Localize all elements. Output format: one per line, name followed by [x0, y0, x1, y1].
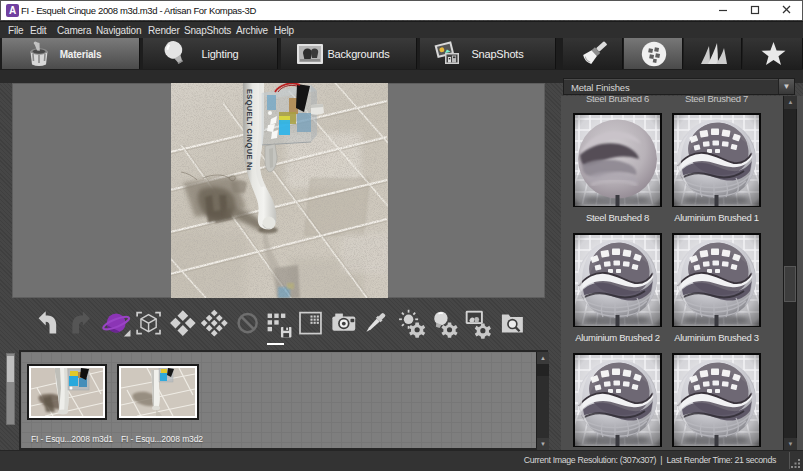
svg-text:ESQUELT CINQUE №: ESQUELT CINQUE №	[245, 89, 254, 171]
